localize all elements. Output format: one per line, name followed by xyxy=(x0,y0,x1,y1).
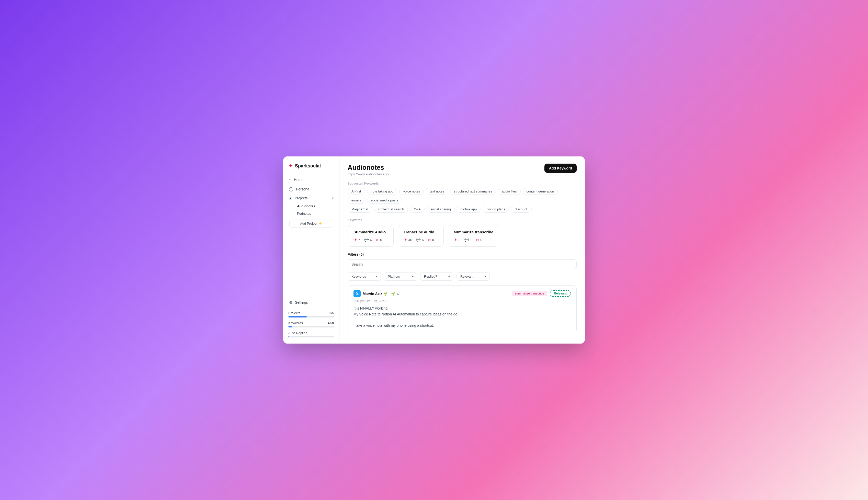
relevance-badge-1[interactable]: Relevant xyxy=(550,290,571,297)
kstat-comments-val-3: 1 xyxy=(470,238,472,242)
kstat-blocked-val-1: 0 xyxy=(380,238,382,242)
sidebar-item-settings[interactable]: ⚙ Settings xyxy=(286,298,336,307)
stat-projects-bar xyxy=(288,316,334,318)
result-card-1: 𝕏 Marvin Aziz 🌱 🌱 ↻ summarize transcribe… xyxy=(347,285,576,333)
tag-qa[interactable]: Q&A xyxy=(410,206,424,213)
tag-pricing[interactable]: pricing plans xyxy=(482,206,509,213)
projects-header-left: ▣ Projects xyxy=(289,196,308,200)
suggested-keywords-label: Suggested Keywords xyxy=(347,182,576,185)
keyword-cards: Summarize Audio 👁 7 💬 4 ⊗ 0 xyxy=(347,225,576,247)
tag-social-sharing[interactable]: social sharing xyxy=(426,206,455,213)
platform-filter[interactable]: Platfrom xyxy=(384,272,417,281)
block-icon-3: ⊗ xyxy=(476,238,479,242)
kstat-views-val-2: 40 xyxy=(409,238,412,242)
sidebar-item-persona[interactable]: ◯ Persona xyxy=(286,184,336,193)
result-badges-1: summarize transcribe Relevant xyxy=(512,290,571,297)
keywords-section: Keywords Summarize Audio 👁 7 💬 4 xyxy=(347,218,576,247)
result-line-3: I take a voice note with my phone using … xyxy=(354,322,571,328)
tag-emails[interactable]: emails xyxy=(347,197,365,204)
keyword-card-title-2: Transcribe audio xyxy=(403,230,438,234)
result-user-icons: 🌱 ↻ xyxy=(391,292,400,296)
kstat-blocked-val-3: 0 xyxy=(480,238,482,242)
kstat-views-2: 👁 40 xyxy=(403,238,412,242)
tag-magic-chat[interactable]: Magic Chat xyxy=(347,206,372,213)
tag-ai-first[interactable]: AI-first xyxy=(347,188,365,195)
tag-contextual[interactable]: contextual search xyxy=(374,206,408,213)
block-icon-1: ⊗ xyxy=(376,238,379,242)
stat-keywords-value: 4/50 xyxy=(328,321,334,325)
main-header: Audionotes https://www.audionotes.app/ A… xyxy=(347,163,576,176)
twitter-icon-1: 𝕏 xyxy=(354,290,361,297)
suggested-keywords-row-2: Magic Chat contextual search Q&A social … xyxy=(347,206,576,213)
keyword-card-summarize-transcribe[interactable]: summarize transcribe 👁 8 💬 1 ⊗ 0 xyxy=(448,225,499,247)
logo-text: Sparksocial xyxy=(295,163,321,169)
stat-projects-value: 2/5 xyxy=(330,311,334,315)
refresh-icon[interactable]: ↻ xyxy=(397,292,400,296)
settings-label: Settings xyxy=(295,300,308,305)
result-card-header-1: 𝕏 Marvin Aziz 🌱 🌱 ↻ summarize transcribe… xyxy=(354,290,571,297)
replied-filter[interactable]: Replied? xyxy=(420,272,454,281)
keyword-card-stats-1: 👁 7 💬 4 ⊗ 0 xyxy=(354,238,388,242)
sort-filter[interactable]: Relevant xyxy=(457,272,490,281)
add-keyword-button[interactable]: Add Keyword xyxy=(545,163,576,173)
projects-chevron-icon: ▾ xyxy=(332,196,333,200)
sidebar-item-home[interactable]: ⌂ Home xyxy=(286,175,336,184)
kstat-views-3: 👁 8 xyxy=(454,238,460,242)
persona-icon: ◯ xyxy=(289,186,294,192)
tag-text-notes[interactable]: text notes xyxy=(426,188,448,195)
sidebar-projects-section: ▣ Projects ▾ Audionotes Podnotes xyxy=(286,194,336,217)
suggested-keywords-row-1: AI-first note taking app voice notes tex… xyxy=(347,188,576,204)
filters-section: Filters (6) Keywords Platfrom Replied? R… xyxy=(347,252,576,281)
result-user-1: 𝕏 Marvin Aziz 🌱 🌱 ↻ xyxy=(354,290,400,297)
tag-structured[interactable]: structured text summaries xyxy=(450,188,496,195)
kstat-blocked-val-2: 0 xyxy=(432,238,434,242)
result-timestamp-1: 5:31 pm Oct 19th, 2023 xyxy=(354,299,571,303)
kstat-blocked-1: ⊗ 0 xyxy=(376,238,382,242)
kstat-comments-2: 💬 6 xyxy=(416,238,423,242)
comment-icon-2: 💬 xyxy=(416,238,421,242)
sidebar-item-podnotes[interactable]: Podnotes xyxy=(295,210,336,217)
tag-discount[interactable]: discount. xyxy=(511,206,532,213)
comment-icon-1: 💬 xyxy=(364,238,368,242)
keyword-card-transcribe-audio[interactable]: Transcribe audio 👁 40 💬 6 ⊗ 0 xyxy=(398,225,444,247)
kstat-blocked-3: ⊗ 0 xyxy=(476,238,482,242)
tag-audio-files[interactable]: audio files xyxy=(498,188,521,195)
page-title: Audionotes xyxy=(347,163,389,171)
stat-projects-label: Projects xyxy=(288,311,300,315)
result-line-1: It is FINALLY working! xyxy=(354,306,571,311)
keyword-card-summarize-audio[interactable]: Summarize Audio 👁 7 💬 4 ⊗ 0 xyxy=(347,225,393,247)
kstat-views-1: 👁 7 xyxy=(354,238,360,242)
verified-icon: 🌱 xyxy=(391,292,395,296)
keyword-card-stats-2: 👁 40 💬 6 ⊗ 0 xyxy=(403,238,438,242)
eye-icon-3: 👁 xyxy=(454,238,457,242)
suggested-keywords-section: Suggested Keywords AI-first note taking … xyxy=(347,182,576,213)
stat-keywords-fill xyxy=(288,326,292,328)
tag-mobile-app[interactable]: mobile app xyxy=(457,206,481,213)
block-icon-2: ⊗ xyxy=(428,238,431,242)
main-content: Audionotes https://www.audionotes.app/ A… xyxy=(340,157,585,343)
sidebar-item-audionotes[interactable]: Audionotes xyxy=(295,203,336,209)
tag-content-gen[interactable]: content generation xyxy=(523,188,558,195)
tag-voice-notes[interactable]: voice notes xyxy=(399,188,424,195)
add-keyword-label: Add Keyword xyxy=(549,166,572,170)
add-project-button[interactable]: Add Project ⚡ xyxy=(289,219,333,227)
tag-social-media[interactable]: social media posts xyxy=(367,197,402,204)
keywords-label: Keywords xyxy=(347,218,576,222)
tag-note-taking[interactable]: note taking app xyxy=(367,188,398,195)
logo-icon: ✦ xyxy=(288,162,293,169)
search-input[interactable] xyxy=(347,260,576,269)
stat-keywords-label: Keywords xyxy=(288,321,303,325)
sidebar-home-label: Home xyxy=(294,178,304,182)
keyword-card-stats-3: 👁 8 💬 1 ⊗ 0 xyxy=(454,238,493,242)
kstat-comments-val-2: 6 xyxy=(422,238,423,242)
keywords-filter[interactable]: Keywords xyxy=(347,272,381,281)
sidebar-nav: ⌂ Home ◯ Persona ▣ Projects ▾ Audionotes xyxy=(283,175,339,227)
logo: ✦ Sparksocial xyxy=(283,162,339,175)
podnotes-label: Podnotes xyxy=(297,212,311,216)
keyword-badge-1: summarize transcribe xyxy=(512,291,547,296)
sidebar-projects-label: Projects xyxy=(295,196,308,200)
filter-dropdowns: Keywords Platfrom Replied? Relevant xyxy=(347,272,576,281)
page-url: https://www.audionotes.app/ xyxy=(347,172,389,176)
sidebar-item-projects[interactable]: ▣ Projects ▾ xyxy=(286,194,336,202)
settings-icon: ⚙ xyxy=(289,300,293,305)
